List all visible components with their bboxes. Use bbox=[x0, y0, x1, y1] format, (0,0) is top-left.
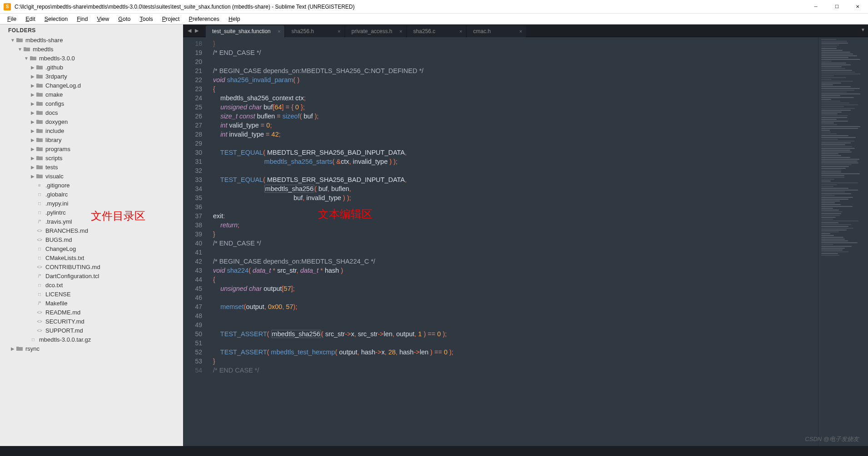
file-makefile[interactable]: /*Makefile bbox=[2, 299, 183, 308]
folder-icon bbox=[35, 118, 44, 125]
folder-programs[interactable]: ▶programs bbox=[2, 144, 183, 153]
folder--github[interactable]: ▶.github bbox=[2, 63, 183, 72]
folder-visualc[interactable]: ▶visualc bbox=[2, 172, 183, 181]
file-icon: ≡ bbox=[35, 182, 44, 188]
folder-icon bbox=[35, 173, 44, 179]
file-icon: □ bbox=[35, 200, 44, 206]
file-icon: □ bbox=[35, 282, 44, 288]
file-bugs-md[interactable]: <>BUGS.md bbox=[2, 235, 183, 244]
item-label: BUGS.md bbox=[45, 236, 72, 243]
item-label: visualc bbox=[45, 173, 64, 180]
file-changelog[interactable]: □ChangeLog bbox=[2, 244, 183, 253]
menu-project[interactable]: Project bbox=[158, 15, 184, 24]
folder-mbedtls[interactable]: ▼mbedtls bbox=[2, 44, 183, 54]
minimize-button[interactable]: ─ bbox=[805, 0, 826, 14]
maximize-button[interactable]: ☐ bbox=[826, 0, 847, 14]
folder-icon bbox=[35, 164, 44, 170]
tab-sha256-h[interactable]: sha256.h× bbox=[285, 25, 344, 37]
tab-dropdown-icon[interactable]: ▼ bbox=[861, 27, 865, 32]
item-label: scripts bbox=[45, 155, 63, 162]
menu-help[interactable]: Help bbox=[224, 15, 245, 24]
tab-close-icon[interactable]: × bbox=[278, 29, 280, 34]
file--globalrc[interactable]: □.globalrc bbox=[2, 190, 183, 199]
item-label: mbedtls-share bbox=[25, 37, 63, 44]
menu-find[interactable]: Find bbox=[72, 15, 92, 24]
tab-label: cmac.h bbox=[473, 28, 491, 34]
file--mypy-ini[interactable]: □.mypy.ini bbox=[2, 199, 183, 208]
folder-icon bbox=[35, 91, 44, 98]
file-mbedtls-3-0-0-tar-gz[interactable]: □mbedtls-3.0.0.tar.gz bbox=[2, 335, 183, 344]
file-icon: □ bbox=[35, 245, 44, 252]
tab-close-icon[interactable]: × bbox=[399, 29, 402, 34]
file-icon: □ bbox=[35, 209, 44, 216]
tab-private-access-h[interactable]: private_access.h× bbox=[345, 25, 406, 37]
tab-close-icon[interactable]: × bbox=[337, 29, 340, 34]
file-branches-md[interactable]: <>BRANCHES.md bbox=[2, 226, 183, 235]
menu-file[interactable]: File bbox=[3, 15, 21, 24]
folder-scripts[interactable]: ▶scripts bbox=[2, 153, 183, 162]
tab-history-fwd-icon[interactable]: ▶ bbox=[193, 28, 200, 34]
tab-sha256-c[interactable]: sha256.c× bbox=[407, 25, 466, 37]
folder-changelog-d[interactable]: ▶ChangeLog.d bbox=[2, 81, 183, 90]
folder-include[interactable]: ▶include bbox=[2, 126, 183, 135]
file-cmakelists-txt[interactable]: □CMakeLists.txt bbox=[2, 253, 183, 262]
folder-tree[interactable]: ▼mbedtls-share▼mbedtls▼mbedtls-3.0.0▶.gi… bbox=[0, 35, 183, 353]
folder-rsync[interactable]: ▶rsync bbox=[2, 344, 183, 353]
code-text[interactable]: }/* END_CASE */ /* BEGIN_CASE depends_on… bbox=[208, 37, 818, 446]
folder-icon bbox=[35, 146, 44, 152]
folder-library[interactable]: ▶library bbox=[2, 135, 183, 144]
file-readme-md[interactable]: <>README.md bbox=[2, 308, 183, 317]
disclosure-arrow-icon: ▶ bbox=[30, 128, 35, 133]
folder-mbedtls-3-0-0[interactable]: ▼mbedtls-3.0.0 bbox=[2, 54, 183, 63]
item-label: .mypy.ini bbox=[45, 200, 68, 207]
file--travis-yml[interactable]: /*.travis.yml bbox=[2, 217, 183, 226]
item-label: configs bbox=[45, 100, 64, 107]
file-icon: <> bbox=[35, 264, 44, 270]
file-dco-txt[interactable]: □dco.txt bbox=[2, 280, 183, 289]
folder-icon bbox=[23, 46, 31, 52]
tab-close-icon[interactable]: × bbox=[519, 29, 522, 34]
disclosure-arrow-icon: ▶ bbox=[30, 147, 35, 152]
folder-cmake[interactable]: ▶cmake bbox=[2, 90, 183, 99]
folder-mbedtls-share[interactable]: ▼mbedtls-share bbox=[2, 35, 183, 44]
folder-doxygen[interactable]: ▶doxygen bbox=[2, 117, 183, 126]
disclosure-arrow-icon: ▶ bbox=[30, 101, 35, 106]
folder-3rdparty[interactable]: ▶3rdparty bbox=[2, 72, 183, 81]
file--gitignore[interactable]: ≡.gitignore bbox=[2, 181, 183, 190]
window-title: C:\llc\git_repos\mbedtls-share\mbedtls\m… bbox=[15, 4, 355, 10]
file-dartconfiguration-tcl[interactable]: /*DartConfiguration.tcl bbox=[2, 271, 183, 280]
tab-history-back-icon[interactable]: ◀ bbox=[186, 28, 193, 34]
editor-pane: ◀ ▶ test_suite_shax.function×sha256.h×pr… bbox=[183, 25, 868, 446]
close-button[interactable]: ✕ bbox=[847, 0, 868, 14]
file-icon: □ bbox=[35, 291, 44, 297]
menu-preferences[interactable]: Preferences bbox=[184, 15, 224, 24]
item-label: include bbox=[45, 127, 64, 134]
menu-tools[interactable]: Tools bbox=[135, 15, 157, 24]
file-license[interactable]: □LICENSE bbox=[2, 289, 183, 299]
folder-configs[interactable]: ▶configs bbox=[2, 99, 183, 108]
tab-cmac-h[interactable]: cmac.h× bbox=[467, 25, 526, 37]
minimap[interactable] bbox=[818, 37, 868, 446]
tab-close-icon[interactable]: × bbox=[459, 29, 462, 34]
folder-icon bbox=[35, 155, 44, 161]
sidebar[interactable]: FOLDERS ▼mbedtls-share▼mbedtls▼mbedtls-3… bbox=[0, 25, 183, 446]
item-label: .globalrc bbox=[45, 191, 68, 198]
file-icon: □ bbox=[35, 191, 44, 197]
folder-docs[interactable]: ▶docs bbox=[2, 108, 183, 117]
menu-edit[interactable]: Edit bbox=[21, 15, 40, 24]
menu-view[interactable]: View bbox=[92, 15, 114, 24]
line-gutter[interactable]: 1819202122232425262728293031323334353637… bbox=[183, 37, 208, 446]
file--pylintrc[interactable]: □.pylintrc bbox=[2, 208, 183, 217]
menu-bar: FileEditSelectionFindViewGotoToolsProjec… bbox=[0, 14, 868, 25]
tab-label: test_suite_shax.function bbox=[212, 28, 271, 34]
menu-selection[interactable]: Selection bbox=[40, 15, 72, 24]
menu-goto[interactable]: Goto bbox=[114, 15, 135, 24]
item-label: rsync bbox=[25, 345, 40, 352]
folder-icon bbox=[15, 345, 24, 352]
folder-tests[interactable]: ▶tests bbox=[2, 162, 183, 172]
item-label: LICENSE bbox=[45, 291, 71, 298]
tab-test-suite-shax-function[interactable]: test_suite_shax.function× bbox=[206, 25, 284, 37]
file-security-md[interactable]: <>SECURITY.md bbox=[2, 317, 183, 326]
file-contributing-md[interactable]: <>CONTRIBUTING.md bbox=[2, 262, 183, 271]
file-support-md[interactable]: <>SUPPORT.md bbox=[2, 326, 183, 335]
